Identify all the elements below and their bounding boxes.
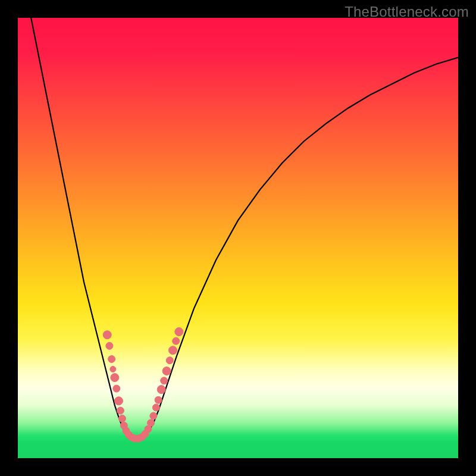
bead-point [166,357,173,364]
bead-point [152,404,159,411]
bead-point [111,374,119,382]
bead-point [150,412,157,419]
bead-point [155,396,162,403]
bead-point [175,328,183,336]
bead-point [113,385,120,392]
curve-left [31,18,137,439]
chart-frame [18,18,458,458]
bead-point [106,342,113,349]
bead-point [148,419,155,427]
bead-point [117,407,124,414]
bead-point [157,386,165,394]
bead-point [115,397,123,405]
bead-point [118,415,126,422]
bead-point [103,331,111,339]
bead-point [108,356,115,363]
bead-cluster [103,328,183,443]
bead-point [110,367,116,372]
bead-point [161,377,168,384]
bead-point [173,337,180,345]
bead-point [169,346,177,355]
curve-right [137,58,458,440]
bead-point [162,367,171,375]
chart-svg [18,18,458,458]
